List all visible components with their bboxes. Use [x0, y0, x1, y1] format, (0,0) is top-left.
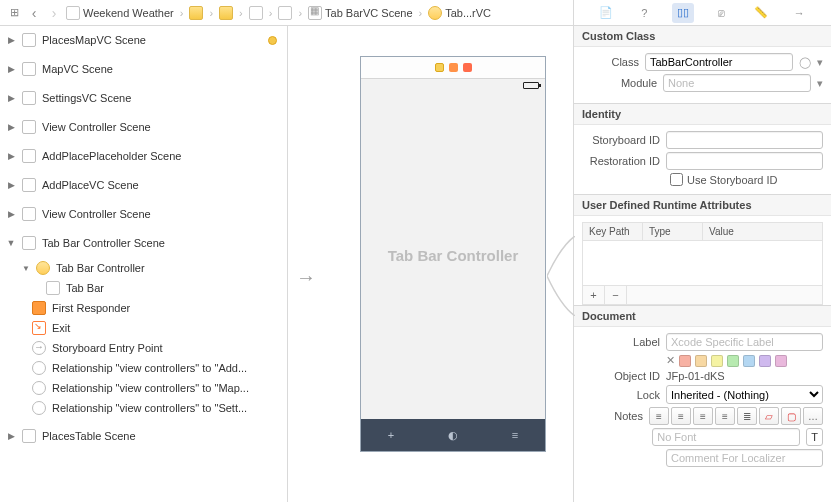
scene-row[interactable]: ▶MapVC Scene [0, 55, 287, 84]
storyboard-canvas[interactable]: → Tab Bar Controller + ◐ ≡ [288, 26, 573, 502]
storyboard-id-field[interactable] [666, 131, 823, 149]
folder-icon [189, 6, 203, 20]
add-attribute-button[interactable]: + [583, 286, 605, 304]
link-button[interactable]: ▢ [781, 407, 801, 425]
crumb-project[interactable]: Weekend Weather [66, 6, 174, 20]
font-field[interactable] [652, 428, 800, 446]
forward-button[interactable]: › [46, 5, 62, 21]
font-picker-button[interactable]: T [806, 428, 823, 446]
section-heading: Identity [574, 104, 831, 125]
color-swatch[interactable] [695, 355, 707, 367]
vc-icon [435, 63, 444, 72]
disclosure-icon[interactable]: ▶ [6, 64, 16, 74]
align-center-button[interactable]: ≡ [671, 407, 691, 425]
remove-attribute-button[interactable]: − [605, 286, 627, 304]
remove-format-button[interactable]: ▱ [759, 407, 779, 425]
scene-row[interactable]: ▶View Controller Scene [0, 113, 287, 142]
use-storyboard-id-checkbox[interactable]: Use Storyboard ID [670, 173, 823, 186]
view-controller-preview[interactable]: Tab Bar Controller + ◐ ≡ [360, 56, 546, 452]
outline-item-relationship[interactable]: Relationship "view controllers" to "Sett… [0, 398, 287, 418]
document-outline: ▶PlacesMapVC Scene ▶MapVC Scene ▶Setting… [0, 26, 288, 502]
outline-item-first-responder[interactable]: First Responder [0, 298, 287, 318]
lock-select[interactable]: Inherited - (Nothing) [666, 385, 823, 404]
scene-icon [22, 91, 36, 105]
color-swatch[interactable] [775, 355, 787, 367]
restoration-id-field[interactable] [666, 152, 823, 170]
clear-icon[interactable]: ◯ [799, 56, 811, 69]
localizer-comment-field[interactable] [666, 449, 823, 467]
outline-item-exit[interactable]: Exit [0, 318, 287, 338]
scene-row[interactable]: ▶AddPlacePlaceholder Scene [0, 142, 287, 171]
color-swatch[interactable] [679, 355, 691, 367]
scene-row[interactable]: ▶View Controller Scene [0, 200, 287, 229]
disclosure-icon[interactable]: ▶ [6, 431, 16, 441]
align-left-button[interactable]: ≡ [649, 407, 669, 425]
attributes-body[interactable] [583, 241, 822, 285]
color-swatch[interactable] [727, 355, 739, 367]
align-justify-button[interactable]: ≡ [715, 407, 735, 425]
outline-item-relationship[interactable]: Relationship "view controllers" to "Add.… [0, 358, 287, 378]
dropdown-icon[interactable]: ▾ [817, 56, 823, 69]
scene-row[interactable]: ▶PlacesMapVC Scene [0, 26, 287, 55]
back-button[interactable]: ‹ [26, 5, 42, 21]
folder-icon [219, 6, 233, 20]
scene-row-expanded[interactable]: ▼Tab Bar Controller Scene [0, 229, 287, 258]
notes-format-bar: ≡ ≡ ≡ ≡ ≣ ▱ ▢ … [649, 407, 823, 425]
scene-row[interactable]: ▶AddPlaceVC Scene [0, 171, 287, 200]
col-keypath[interactable]: Key Path [583, 223, 643, 240]
scene-row[interactable]: ▶PlacesTable Scene [0, 422, 287, 451]
disclosure-icon[interactable]: ▶ [6, 209, 16, 219]
document-swatches[interactable]: ✕ [666, 354, 787, 367]
disclosure-icon[interactable]: ▼ [6, 238, 16, 248]
quick-help-tab[interactable]: ? [633, 3, 655, 23]
module-field[interactable] [663, 74, 811, 92]
identity-inspector-tab[interactable]: ▯▯ [672, 3, 694, 23]
align-right-button[interactable]: ≡ [693, 407, 713, 425]
crumb-folder-1[interactable] [189, 6, 203, 20]
scene-row[interactable]: ▶SettingsVC Scene [0, 84, 287, 113]
crumb-vc[interactable]: Tab...rVC [428, 6, 491, 20]
scene-title-bar[interactable] [361, 57, 545, 79]
more-format-button[interactable]: … [803, 407, 823, 425]
crumb-file-2[interactable] [278, 6, 292, 20]
outline-item-vc[interactable]: ▼Tab Bar Controller [0, 258, 287, 278]
storyboard-icon [308, 6, 322, 20]
label-field[interactable] [666, 333, 823, 351]
menu-icon: ≡ [512, 429, 518, 441]
connections-inspector-tab[interactable]: → [788, 3, 810, 23]
section-heading: Document [574, 306, 831, 327]
disclosure-icon[interactable]: ▶ [6, 93, 16, 103]
scene-icon [22, 149, 36, 163]
col-value[interactable]: Value [703, 223, 822, 240]
clear-swatch-icon[interactable]: ✕ [666, 354, 675, 367]
scene-label: Tab Bar Controller Scene [42, 237, 165, 249]
outline-item-relationship[interactable]: Relationship "view controllers" to "Map.… [0, 378, 287, 398]
outline-item-entry-point[interactable]: Storyboard Entry Point [0, 338, 287, 358]
checkbox-input[interactable] [670, 173, 683, 186]
disclosure-icon[interactable]: ▶ [6, 180, 16, 190]
crumb-file-1[interactable] [249, 6, 263, 20]
disclosure-icon[interactable]: ▼ [22, 264, 30, 273]
class-field[interactable] [645, 53, 793, 71]
entry-point-arrow-icon: → [296, 266, 316, 289]
outline-item-tabbar[interactable]: Tab Bar [0, 278, 287, 298]
disclosure-icon[interactable]: ▶ [6, 35, 16, 45]
crumb-scene[interactable]: Tab BarVC Scene [308, 6, 412, 20]
identity-section: Identity Storyboard ID Restoration ID Us… [574, 104, 831, 195]
disclosure-icon[interactable]: ▶ [6, 151, 16, 161]
list-button[interactable]: ≣ [737, 407, 757, 425]
size-inspector-tab[interactable]: 📏 [750, 3, 772, 23]
related-items-icon[interactable]: ⊞ [6, 5, 22, 21]
relationship-icon [32, 401, 46, 415]
col-type[interactable]: Type [643, 223, 703, 240]
dropdown-icon[interactable]: ▾ [817, 77, 823, 90]
attributes-inspector-tab[interactable]: ⎚ [711, 3, 733, 23]
crumb-folder-2[interactable] [219, 6, 233, 20]
disclosure-icon[interactable]: ▶ [6, 122, 16, 132]
color-swatch[interactable] [711, 355, 723, 367]
color-swatch[interactable] [759, 355, 771, 367]
color-swatch[interactable] [743, 355, 755, 367]
scene-icon [428, 6, 442, 20]
scene-icon [22, 120, 36, 134]
file-inspector-tab[interactable]: 📄 [595, 3, 617, 23]
